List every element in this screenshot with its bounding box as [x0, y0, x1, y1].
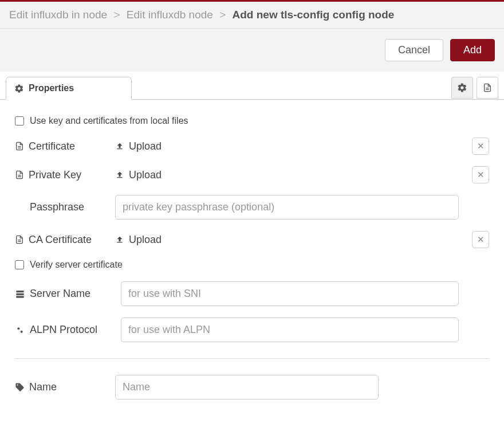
svg-rect-10: [16, 296, 23, 297]
breadcrumb-link-1[interactable]: Edit influxdb in node: [9, 9, 107, 21]
svg-point-12: [21, 330, 23, 332]
file-text-icon: [15, 141, 24, 151]
passphrase-row: Passphrase: [15, 189, 489, 225]
tabs-row: Properties: [0, 72, 504, 100]
upload-icon: [115, 170, 124, 179]
close-icon: ✕: [477, 234, 485, 245]
svg-rect-9: [16, 293, 23, 295]
alpn-label-text: ALPN Protocol: [30, 324, 97, 336]
passphrase-input[interactable]: [115, 195, 459, 220]
breadcrumb: Edit influxdb in node > Edit influxdb no…: [0, 2, 504, 29]
server-icon: [15, 289, 25, 299]
name-label-text: Name: [29, 381, 57, 393]
ca-certificate-clear-button[interactable]: ✕: [472, 231, 489, 248]
private-key-label-text: Private Key: [29, 169, 81, 181]
use-local-files-label: Use key and certificates from local file…: [30, 116, 188, 126]
certificate-upload-button[interactable]: Upload: [115, 140, 162, 152]
use-local-files-checkbox[interactable]: [15, 116, 24, 126]
docs-tab-button[interactable]: [477, 77, 498, 99]
file-text-icon: [15, 234, 24, 245]
certificate-label-text: Certificate: [29, 140, 75, 152]
passphrase-label: Passphrase: [15, 201, 109, 213]
settings-tab-button[interactable]: [451, 77, 473, 99]
properties-tab-label: Properties: [29, 83, 74, 93]
ca-certificate-row: CA Certificate Upload ✕: [15, 225, 489, 254]
name-label: Name: [15, 381, 109, 393]
alpn-label: ALPN Protocol: [15, 324, 115, 336]
tag-icon: [15, 382, 25, 392]
svg-point-11: [17, 327, 19, 330]
add-button[interactable]: Add: [450, 39, 495, 61]
name-row: Name: [15, 369, 489, 405]
name-input[interactable]: [115, 375, 379, 399]
certificate-label: Certificate: [15, 140, 109, 152]
verify-label: Verify server certificate: [30, 260, 123, 270]
gear-icon: [457, 83, 467, 93]
alpn-row: ALPN Protocol: [15, 312, 489, 348]
close-icon: ✕: [477, 170, 485, 180]
breadcrumb-current: Add new tls-config config node: [233, 9, 395, 21]
properties-tab[interactable]: Properties: [6, 77, 132, 100]
breadcrumb-link-2[interactable]: Edit influxdb node: [127, 9, 213, 21]
upload-icon: [115, 142, 124, 151]
certificate-clear-button[interactable]: ✕: [472, 138, 489, 155]
gear-icon: [14, 84, 24, 93]
private-key-upload-label: Upload: [129, 169, 162, 181]
ca-certificate-label: CA Certificate: [15, 234, 109, 246]
divider: [15, 358, 489, 359]
action-bar: Cancel Add: [0, 29, 504, 72]
passphrase-label-text: Passphrase: [30, 201, 84, 213]
close-icon: ✕: [477, 141, 485, 151]
server-name-input[interactable]: [121, 281, 459, 306]
file-text-icon: [15, 170, 24, 180]
ca-certificate-upload-label: Upload: [129, 234, 162, 246]
ca-certificate-upload-button[interactable]: Upload: [115, 234, 162, 246]
verify-checkbox[interactable]: [15, 260, 24, 269]
private-key-upload-button[interactable]: Upload: [115, 169, 162, 181]
server-name-label-text: Server Name: [30, 288, 90, 300]
breadcrumb-separator: >: [216, 9, 229, 21]
server-name-label: Server Name: [15, 288, 115, 300]
certificate-upload-label: Upload: [129, 140, 162, 152]
use-local-files-row: Use key and certificates from local file…: [15, 110, 489, 132]
certificate-row: Certificate Upload ✕: [15, 132, 489, 160]
private-key-clear-button[interactable]: ✕: [472, 166, 489, 183]
verify-row: Verify server certificate: [15, 254, 489, 276]
form: Use key and certificates from local file…: [0, 100, 504, 416]
breadcrumb-separator: >: [110, 9, 123, 21]
private-key-label: Private Key: [15, 169, 109, 181]
private-key-row: Private Key Upload ✕: [15, 160, 489, 189]
upload-icon: [115, 235, 124, 244]
gears-icon: [15, 326, 25, 335]
alpn-input[interactable]: [121, 318, 459, 342]
ca-certificate-label-text: CA Certificate: [29, 234, 92, 246]
file-icon: [483, 83, 492, 93]
cancel-button[interactable]: Cancel: [385, 39, 443, 61]
server-name-row: Server Name: [15, 276, 489, 312]
svg-rect-8: [16, 291, 23, 292]
